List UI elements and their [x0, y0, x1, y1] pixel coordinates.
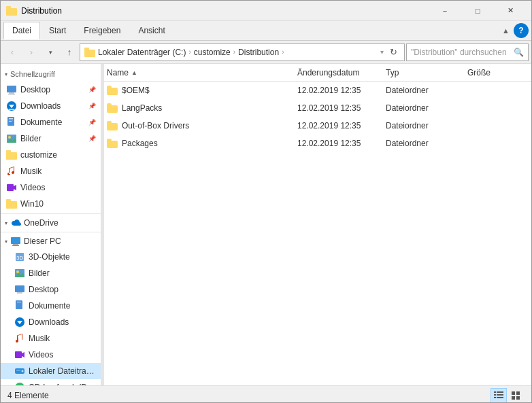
search-icon[interactable]: 🔍 [514, 48, 524, 57]
svg-text:3D: 3D [16, 255, 23, 261]
view-details-button[interactable] [491, 388, 507, 403]
quick-access-header[interactable]: ▾ Schnellzugriff [1, 67, 101, 82]
sidebar-item-musik2[interactable]: Musik [1, 330, 101, 347]
tab-ansicht[interactable]: Ansicht [129, 22, 173, 39]
view-large-icons-button[interactable] [508, 388, 525, 403]
folder-icon-langpacks [107, 103, 118, 113]
sidebar-item-desktop2[interactable]: Desktop [1, 281, 101, 298]
svg-rect-53 [512, 396, 515, 400]
details-view-icon [494, 391, 503, 400]
sidebar-item-customize[interactable]: customize [1, 147, 101, 163]
svg-rect-51 [512, 391, 515, 395]
file-type-outofbox: Dateiordner [386, 121, 467, 130]
sidebar-bilder-label: Bilder [20, 134, 41, 143]
address-bar[interactable]: Lokaler Datenträger (C:) › customize › D… [80, 43, 405, 61]
items-count: 4 Elemente [7, 391, 49, 400]
address-dropdown-icon[interactable]: ▾ [380, 48, 384, 56]
maximize-button[interactable]: □ [462, 1, 493, 21]
tab-start[interactable]: Start [40, 22, 75, 39]
file-row-outofbox[interactable]: Out-of-Box Drivers 12.02.2019 12:35 Date… [104, 117, 531, 135]
sidebar-item-dokumente2[interactable]: Dokumente [1, 298, 101, 314]
close-button[interactable]: ✕ [495, 1, 526, 21]
svg-marker-38 [22, 352, 24, 357]
col-name-header[interactable]: Name ▲ [107, 68, 297, 77]
docs2-icon [14, 300, 25, 311]
recent-button[interactable]: ▾ [41, 43, 59, 61]
minimize-button[interactable]: − [429, 1, 461, 21]
pin-icon-4: 📌 [88, 135, 95, 142]
svg-rect-1 [6, 6, 11, 9]
breadcrumb-c[interactable]: Lokaler Datenträger (C:) [98, 48, 186, 57]
onedrive-header[interactable]: ▾ OneDrive [1, 215, 101, 230]
file-row-langpacks[interactable]: LangPacks 12.02.2019 12:35 Dateiordner [104, 99, 531, 117]
ribbon-collapse-icon[interactable]: ▲ [502, 27, 510, 35]
sidebar-item-dokumente[interactable]: Dokumente 📌 [1, 114, 101, 130]
col-type-label: Typ [386, 68, 399, 77]
title-bar: Distribution − □ ✕ [1, 1, 531, 21]
svg-rect-37 [15, 351, 22, 358]
back-button[interactable]: ‹ [3, 43, 21, 61]
file-row-oems[interactable]: $OEM$ 12.02.2019 12:35 Dateiordner [104, 82, 531, 99]
sidebar-musik2-label: Musik [29, 334, 50, 343]
help-button[interactable]: ? [514, 23, 529, 38]
file-name-outofbox: Out-of-Box Drivers [107, 121, 297, 130]
status-bar: 4 Elemente [1, 385, 531, 403]
svg-rect-24 [13, 244, 18, 245]
col-date-header[interactable]: Änderungsdatum [297, 68, 386, 77]
svg-point-15 [8, 136, 11, 139]
sidebar-3d-label: 3D-Objekte [29, 252, 70, 262]
breadcrumb-sep2: › [233, 48, 235, 56]
sidebar-item-3d[interactable]: 3D 3D-Objekte [1, 249, 101, 265]
svg-rect-18 [6, 150, 11, 153]
sidebar-item-win10[interactable]: Win10 [1, 196, 101, 212]
customize-folder-icon [6, 150, 17, 160]
window-title: Distribution [21, 6, 62, 16]
breadcrumb-customize[interactable]: customize [194, 48, 231, 57]
sidebar-item-videos[interactable]: Videos [1, 179, 101, 196]
sidebar-videos2-label: Videos [29, 350, 53, 360]
tab-datei[interactable]: Datei [3, 22, 40, 39]
col-type-header[interactable]: Typ [386, 68, 467, 77]
svg-rect-5 [9, 92, 14, 94]
desktop2-icon [14, 284, 25, 295]
svg-rect-31 [15, 285, 24, 292]
file-label-packages: Packages [122, 139, 158, 148]
folder-icon-outofbox [107, 121, 118, 130]
sidebar-item-bilder2[interactable]: Bilder [1, 265, 101, 281]
file-row-packages[interactable]: Packages 12.02.2019 12:35 Dateiordner [104, 135, 531, 152]
sidebar-cd-label: CD-Laufwerk (D:… [29, 383, 97, 385]
quick-access-chevron: ▾ [5, 71, 7, 77]
ribbon: Datei Start Freigeben Ansicht ▲ ? [1, 21, 531, 41]
svg-rect-41 [16, 370, 20, 371]
sidebar-item-musik[interactable]: Musik [1, 163, 101, 179]
sidebar-item-lokaler[interactable]: Lokaler Dateitra… [1, 363, 101, 379]
sidebar-item-downloads2[interactable]: Downloads [1, 314, 101, 330]
sidebar-item-videos2[interactable]: Videos [1, 347, 101, 363]
search-placeholder: "Distribution" durchsuchen [411, 48, 507, 57]
sidebar-item-bilder[interactable]: Bilder 📌 [1, 130, 101, 147]
col-size-header[interactable]: Größe [467, 68, 522, 77]
ribbon-tabs: Datei Start Freigeben Ansicht ▲ ? [1, 21, 531, 40]
onedrive-chevron: ▾ [5, 220, 7, 226]
svg-rect-9 [9, 109, 14, 110]
dieser-pc-header[interactable]: ▾ Dieser PC [1, 234, 101, 249]
sidebar-item-desktop[interactable]: Desktop 📌 [1, 82, 101, 98]
tab-freigeben[interactable]: Freigeben [75, 22, 129, 39]
column-header: Name ▲ Änderungsdatum Typ Größe [104, 64, 531, 82]
cd-icon [14, 382, 25, 385]
search-bar[interactable]: "Distribution" durchsuchen 🔍 [406, 43, 529, 61]
sidebar-item-downloads[interactable]: Downloads 📌 [1, 98, 101, 114]
breadcrumb-distribution[interactable]: Distribution [238, 48, 279, 57]
file-date-outofbox: 12.02.2019 12:35 [297, 121, 386, 130]
pin-icon-3: 📌 [88, 119, 95, 126]
sidebar-dokumente2-label: Dokumente [29, 301, 70, 311]
forward-button[interactable]: › [22, 43, 40, 61]
file-name-langpacks: LangPacks [107, 103, 297, 113]
folder-icon-oems [107, 86, 118, 95]
svg-rect-49 [494, 397, 496, 398]
folder-icon-packages [107, 139, 118, 148]
up-button[interactable]: ↑ [61, 43, 78, 61]
file-type-oems: Dateiordner [386, 86, 467, 95]
sidebar-item-cd[interactable]: CD-Laufwerk (D:… [1, 379, 101, 385]
refresh-button[interactable]: ↻ [386, 46, 400, 59]
